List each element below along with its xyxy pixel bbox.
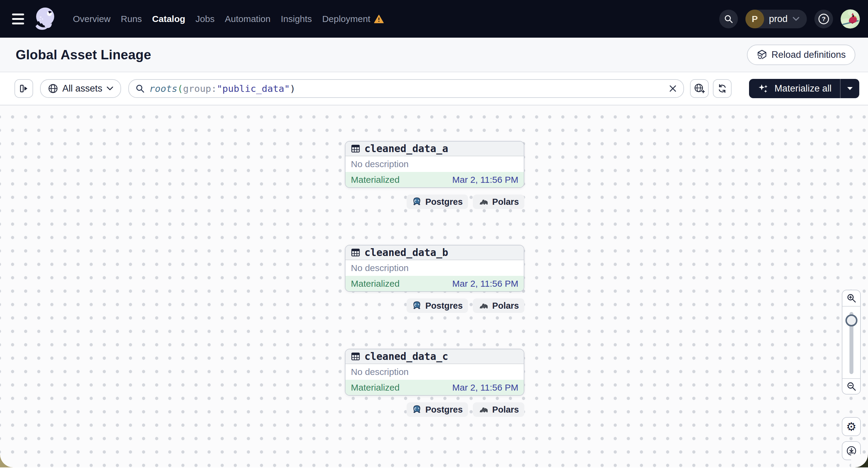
refresh-icon[interactable] [713,79,732,98]
nav-item-overview[interactable]: Overview [73,14,111,24]
asset-card-header: cleaned_data_b [345,245,524,260]
status-badge: Materialized [351,279,400,289]
asset-scope-label: All assets [62,83,102,94]
materialize-all-label: Materialize all [774,83,832,94]
asset-name: cleaned_data_c [365,350,448,362]
tag-polars[interactable]: Polars [473,402,524,417]
lineage-canvas[interactable]: cleaned_data_a No description Materializ… [0,105,868,467]
tag-polars-label: Polars [492,301,519,311]
asset-description: No description [345,364,524,380]
postgres-icon [412,301,422,311]
globe-icon [48,84,58,94]
nav-right-cluster: P prod ? [719,9,860,29]
environment-badge: P [745,10,764,28]
zoom-out-icon[interactable] [842,378,860,394]
clear-query-icon[interactable] [669,85,677,92]
asset-scope-dropdown[interactable]: All assets [40,79,121,98]
table-icon [351,144,360,153]
reload-definitions-button[interactable]: Reload definitions [747,44,855,65]
asset-card[interactable]: cleaned_data_c No description Materializ… [345,349,524,396]
materialize-options-caret[interactable] [841,79,859,98]
nav-item-automation[interactable]: Automation [225,14,271,24]
tag-postgres-label: Postgres [425,301,463,311]
status-badge: Materialized [351,175,400,185]
asset-card-header: cleaned_data_c [345,349,524,364]
environment-name: prod [769,13,787,24]
asset-node[interactable]: cleaned_data_a No description Materializ… [345,141,524,209]
polars-icon [478,302,489,310]
postgres-icon [412,405,422,414]
tag-polars-label: Polars [492,405,519,415]
nav-item-jobs[interactable]: Jobs [195,14,214,24]
environment-switcher[interactable]: P prod [745,10,807,28]
nav-item-deployment-label: Deployment [322,14,370,24]
zoom-slider-knob[interactable] [845,314,858,326]
tag-postgres[interactable]: Postgres [407,194,468,209]
zoom-panel [842,290,861,395]
help-icon[interactable]: ? [814,10,833,28]
asset-description: No description [345,156,524,172]
search-icon[interactable] [719,10,738,28]
lineage-toolbar: All assets roots(group:"public_data") [0,72,868,105]
chevron-down-icon [793,17,800,21]
page-header: Global Asset Lineage Reload definitions [0,38,868,72]
sparkles-icon [757,83,770,95]
tag-postgres-label: Postgres [425,405,463,415]
asset-card[interactable]: cleaned_data_a No description Materializ… [345,141,524,188]
primary-nav: Overview Runs Catalog Jobs Automation In… [73,14,384,24]
tag-postgres-label: Postgres [425,197,463,207]
asset-selection-input[interactable]: roots(group:"public_data") [128,79,684,98]
zoom-in-icon[interactable] [842,290,860,307]
dagster-logo[interactable] [33,4,57,33]
asset-status-row: Materialized Mar 2, 11:56 PM [345,276,524,291]
warning-icon [374,14,384,24]
asset-tags: Postgres Polars [345,402,524,417]
gear-icon: ⚙ [846,420,856,433]
asset-node[interactable]: cleaned_data_c No description Materializ… [345,349,524,417]
nav-item-catalog[interactable]: Catalog [152,14,185,24]
nav-item-runs[interactable]: Runs [121,14,142,24]
tag-polars[interactable]: Polars [473,194,524,209]
tag-polars[interactable]: Polars [473,299,524,313]
reload-cube-icon [756,50,767,60]
asset-name: cleaned_data_b [365,247,448,258]
nav-item-deployment[interactable]: Deployment [322,14,384,24]
materialization-timestamp[interactable]: Mar 2, 11:56 PM [452,382,518,393]
table-icon [351,248,360,257]
status-badge: Materialized [351,382,400,393]
chevron-down-icon [106,87,113,91]
reload-definitions-label: Reload definitions [772,50,846,60]
materialization-timestamp[interactable]: Mar 2, 11:56 PM [452,279,518,289]
tag-postgres[interactable]: Postgres [407,402,468,417]
zoom-slider[interactable] [842,307,860,378]
svg-text:?: ? [822,15,826,22]
query-text: roots(group:"public_data") [149,83,296,94]
polars-icon [478,198,489,206]
canvas-corner-backdrop-left [0,454,17,467]
asset-description: No description [345,260,524,276]
materialize-all-split-button: Materialize all [749,79,859,98]
graph-settings-button[interactable]: ⚙ [842,417,861,436]
page-title: Global Asset Lineage [16,47,151,62]
asset-card[interactable]: cleaned_data_b No description Materializ… [345,245,524,292]
tag-postgres[interactable]: Postgres [407,299,468,313]
canvas-corner-backdrop-right [851,454,868,467]
nav-item-insights[interactable]: Insights [281,14,312,24]
tag-polars-label: Polars [492,197,519,207]
asset-tags: Postgres Polars [345,194,524,209]
asset-node[interactable]: cleaned_data_b No description Materializ… [345,245,524,313]
asset-card-header: cleaned_data_a [345,142,524,156]
asset-tags: Postgres Polars [345,299,524,313]
lineage-scope-button[interactable] [690,79,709,98]
menu-icon[interactable] [12,12,26,26]
search-icon [135,84,145,93]
materialization-timestamp[interactable]: Mar 2, 11:56 PM [452,175,518,185]
asset-status-row: Materialized Mar 2, 11:56 PM [345,172,524,187]
open-sidebar-button[interactable] [14,79,33,98]
postgres-icon [412,197,422,207]
materialize-all-button[interactable]: Materialize all [749,79,840,98]
polars-icon [478,406,489,413]
asset-name: cleaned_data_a [365,143,448,155]
asset-status-row: Materialized Mar 2, 11:56 PM [345,380,524,395]
user-avatar[interactable] [841,9,860,29]
